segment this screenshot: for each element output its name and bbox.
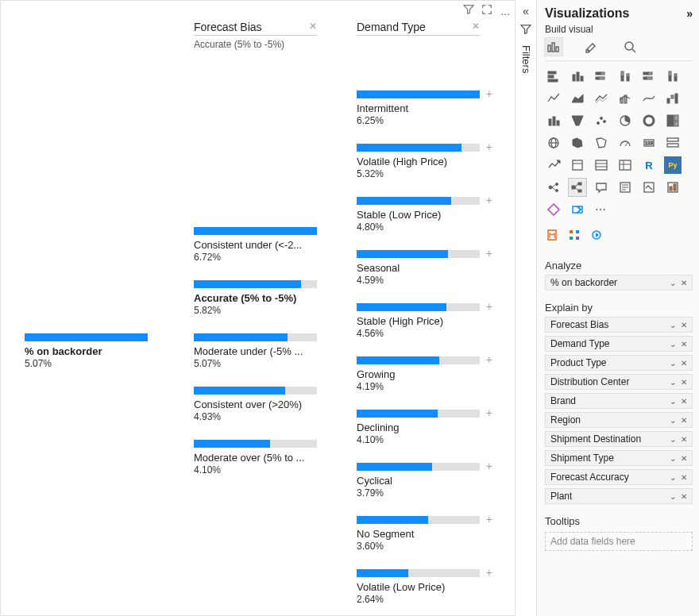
tree-node[interactable]: +No Segment3.60%	[357, 516, 480, 552]
explain-field-pill[interactable]: Shipment Type⌄✕	[545, 450, 693, 466]
viz-type-filledmap[interactable]	[569, 134, 586, 152]
remove-column-icon[interactable]: ✕	[465, 21, 480, 32]
expand-filters-icon[interactable]: «	[523, 5, 529, 17]
remove-field-icon[interactable]: ✕	[681, 340, 687, 348]
viz-type-gauge[interactable]	[616, 134, 634, 152]
viz-type-hstack2[interactable]	[640, 67, 658, 85]
viz-type-multirow[interactable]	[664, 134, 682, 152]
viz-type-matrix[interactable]	[616, 156, 634, 174]
more-options-icon[interactable]: ...	[500, 5, 510, 17]
viz-type-vstack[interactable]	[616, 67, 634, 85]
chevron-down-icon[interactable]: ⌄	[670, 279, 676, 287]
remove-field-icon[interactable]: ✕	[681, 492, 687, 501]
chevron-down-icon[interactable]: ⌄	[670, 492, 676, 501]
tree-node[interactable]: +Growing4.19%	[357, 356, 480, 392]
expand-node-icon[interactable]: +	[486, 143, 492, 151]
chevron-down-icon[interactable]: ⌄	[670, 397, 676, 406]
tree-node[interactable]: +Volatile (High Price)5.32%	[357, 144, 480, 179]
viz-type-waterfall[interactable]	[664, 90, 682, 107]
viz-type-R[interactable]: R	[640, 156, 658, 174]
chevron-down-icon[interactable]: ⌄	[670, 321, 676, 329]
tree-node[interactable]: +Intermittent6.25%	[357, 90, 480, 126]
tree-node[interactable]: +Cyclical3.79%	[357, 463, 480, 499]
viz-type-diamond[interactable]	[545, 201, 562, 218]
filter-icon[interactable]	[463, 5, 477, 17]
explain-field-pill[interactable]: Brand⌄✕	[545, 393, 693, 409]
build-visual-tab[interactable]	[545, 38, 562, 56]
remove-field-icon[interactable]: ✕	[681, 279, 687, 287]
tree-node[interactable]: Consistent under (<-2...6.72%	[194, 227, 317, 263]
expand-node-icon[interactable]: +	[486, 462, 492, 470]
viz-type-narr[interactable]	[616, 179, 634, 196]
chevron-down-icon[interactable]: ⌄	[670, 454, 676, 463]
remove-field-icon[interactable]: ✕	[681, 416, 687, 425]
explain-field-pill[interactable]: Product Type⌄✕	[545, 355, 693, 371]
tree-node[interactable]: Moderate over (5% to ...4.10%	[194, 440, 317, 475]
expand-node-icon[interactable]: +	[486, 356, 492, 364]
viz-type-hbar[interactable]	[545, 67, 562, 85]
viz-type-decomp[interactable]	[569, 179, 586, 196]
viz-type-table[interactable]	[593, 156, 610, 174]
viz-type-slicer[interactable]	[569, 156, 586, 174]
explain-field-pill[interactable]: Demand Type⌄✕	[545, 336, 693, 352]
viz-type-scatter[interactable]	[593, 112, 610, 129]
viz-type-vstack2[interactable]	[664, 67, 682, 85]
expand-node-icon[interactable]: +	[486, 409, 492, 417]
viz-type-score[interactable]	[664, 179, 682, 196]
tree-node[interactable]: +Stable (High Price)4.56%	[357, 303, 480, 339]
explain-field-pill[interactable]: Region⌄✕	[545, 412, 693, 428]
viz-type-combo[interactable]	[616, 90, 634, 107]
tree-node[interactable]: +Stable (Low Price)4.80%	[357, 197, 480, 233]
expand-node-icon[interactable]: +	[486, 568, 492, 576]
viz-type-flow[interactable]	[569, 201, 586, 218]
remove-column-icon[interactable]: ✕	[303, 21, 317, 32]
tree-node[interactable]: +Seasonal4.59%	[357, 250, 480, 286]
pin-visual-icon[interactable]	[589, 228, 604, 242]
viz-type-vbar2[interactable]	[545, 112, 562, 129]
viz-type-linea[interactable]	[593, 90, 610, 107]
chevron-down-icon[interactable]: ⌄	[670, 473, 676, 482]
chevron-down-icon[interactable]: ⌄	[670, 378, 676, 387]
chevron-down-icon[interactable]: ⌄	[670, 340, 676, 348]
explain-field-pill[interactable]: Plant⌄✕	[545, 488, 693, 504]
viz-type-funnel[interactable]	[569, 112, 586, 129]
decomposition-tree-visual[interactable]: ... Forecast Bias ✕ Accurate (5% to -5%)…	[0, 0, 516, 616]
collapse-pane-icon[interactable]: »	[686, 7, 693, 20]
viz-type-donut[interactable]	[640, 112, 658, 129]
viz-type-card[interactable]: 123	[640, 134, 658, 152]
chevron-down-icon[interactable]: ⌄	[670, 416, 676, 425]
viz-type-line[interactable]	[545, 90, 562, 107]
viz-type-area[interactable]	[569, 90, 586, 107]
viz-type-vbar[interactable]	[569, 67, 586, 85]
remove-field-icon[interactable]: ✕	[681, 454, 687, 463]
tree-node[interactable]: Moderate under (-5% ...5.07%	[194, 333, 317, 369]
explain-field-pill[interactable]: Distribution Center⌄✕	[545, 374, 693, 390]
explain-field-pill[interactable]: Shipment Destination⌄✕	[545, 431, 693, 447]
tree-root-node[interactable]: % on backorder 5.07%	[25, 333, 148, 369]
expand-node-icon[interactable]: +	[486, 90, 492, 98]
explain-field-pill[interactable]: Forecast Bias⌄✕	[545, 317, 693, 333]
expand-node-icon[interactable]: +	[486, 249, 492, 257]
tree-node[interactable]: Consistent over (>20%)4.93%	[194, 387, 317, 422]
remove-field-icon[interactable]: ✕	[681, 359, 687, 368]
viz-type-goals[interactable]	[640, 179, 658, 196]
viz-type-shapemap[interactable]	[593, 134, 610, 152]
remove-field-icon[interactable]: ✕	[681, 378, 687, 387]
viz-type-ribbon[interactable]	[640, 90, 658, 107]
tree-node[interactable]: +Declining4.10%	[357, 410, 480, 445]
explain-field-pill[interactable]: Forecast Accuracy⌄✕	[545, 469, 693, 485]
filters-collapsed-pane[interactable]: « Filters	[516, 0, 536, 616]
viz-type-treemap[interactable]	[664, 112, 682, 129]
remove-field-icon[interactable]: ✕	[681, 397, 687, 406]
analytics-tab[interactable]	[621, 38, 639, 56]
remove-field-icon[interactable]: ✕	[681, 435, 687, 444]
chevron-down-icon[interactable]: ⌄	[670, 359, 676, 368]
expand-node-icon[interactable]: +	[486, 196, 492, 204]
expand-node-icon[interactable]: +	[486, 302, 492, 310]
viz-type-qna[interactable]	[593, 179, 610, 196]
viz-type-keyinfl[interactable]	[545, 179, 562, 196]
tree-node[interactable]: +Volatile (Low Price)2.64%	[357, 569, 480, 605]
viz-type-globe[interactable]	[545, 134, 562, 152]
viz-type-hstack[interactable]	[593, 67, 610, 85]
analyze-field-pill[interactable]: % on backorder ⌄ ✕	[545, 275, 693, 291]
